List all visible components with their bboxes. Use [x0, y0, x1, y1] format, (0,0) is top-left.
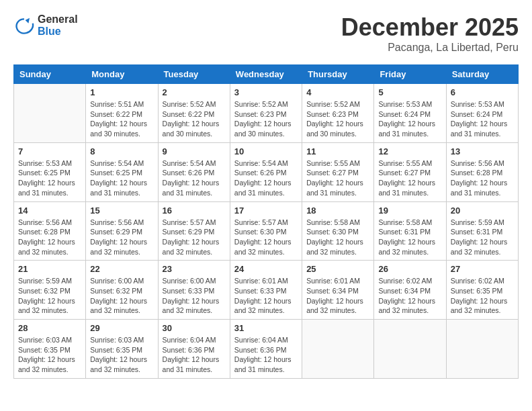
calendar-cell: 21Sunrise: 5:59 AMSunset: 6:32 PMDayligh… [14, 261, 86, 320]
day-info: Sunrise: 6:01 AMSunset: 6:33 PMDaylight:… [234, 276, 298, 316]
calendar-week-row: 1Sunrise: 5:51 AMSunset: 6:22 PMDaylight… [14, 84, 519, 143]
day-info: Sunrise: 5:55 AMSunset: 6:27 PMDaylight:… [306, 158, 369, 198]
day-info: Sunrise: 5:52 AMSunset: 6:23 PMDaylight:… [306, 99, 369, 139]
calendar-cell: 15Sunrise: 5:56 AMSunset: 6:29 PMDayligh… [86, 201, 158, 261]
calendar-cell: 24Sunrise: 6:01 AMSunset: 6:33 PMDayligh… [230, 261, 302, 320]
calendar-cell: 31Sunrise: 6:04 AMSunset: 6:36 PMDayligh… [230, 320, 302, 379]
calendar-cell: 29Sunrise: 6:03 AMSunset: 6:35 PMDayligh… [86, 320, 158, 379]
calendar-week-row: 21Sunrise: 5:59 AMSunset: 6:32 PMDayligh… [14, 261, 519, 320]
day-number: 31 [234, 323, 298, 333]
weekday-header: Monday [86, 65, 158, 84]
calendar-cell: 18Sunrise: 5:58 AMSunset: 6:30 PMDayligh… [302, 201, 374, 261]
calendar-cell: 20Sunrise: 5:59 AMSunset: 6:31 PMDayligh… [446, 201, 518, 261]
day-number: 26 [378, 264, 441, 274]
day-info: Sunrise: 6:02 AMSunset: 6:35 PMDaylight:… [451, 276, 514, 316]
calendar-cell: 25Sunrise: 6:01 AMSunset: 6:34 PMDayligh… [302, 261, 374, 320]
calendar-cell: 2Sunrise: 5:52 AMSunset: 6:22 PMDaylight… [158, 84, 230, 143]
day-number: 23 [163, 264, 226, 274]
day-number: 8 [90, 146, 153, 156]
logo-icon [13, 15, 35, 36]
day-info: Sunrise: 5:53 AMSunset: 6:24 PMDaylight:… [451, 99, 514, 139]
calendar-cell [14, 84, 86, 143]
day-number: 16 [163, 205, 226, 216]
calendar-cell: 4Sunrise: 5:52 AMSunset: 6:23 PMDaylight… [302, 84, 374, 143]
weekday-header-row: SundayMondayTuesdayWednesdayThursdayFrid… [14, 65, 519, 84]
day-info: Sunrise: 6:00 AMSunset: 6:33 PMDaylight:… [163, 276, 226, 316]
day-info: Sunrise: 5:56 AMSunset: 6:28 PMDaylight:… [18, 218, 81, 257]
day-info: Sunrise: 6:02 AMSunset: 6:34 PMDaylight:… [378, 276, 441, 316]
location-subtitle: Pacanga, La Libertad, Peru [341, 42, 519, 54]
weekday-header: Saturday [446, 65, 518, 84]
calendar-cell: 13Sunrise: 5:56 AMSunset: 6:28 PMDayligh… [446, 142, 518, 201]
calendar-cell: 8Sunrise: 5:54 AMSunset: 6:25 PMDaylight… [86, 142, 158, 201]
logo-text: General Blue [38, 13, 78, 38]
day-number: 24 [234, 264, 298, 274]
day-info: Sunrise: 6:03 AMSunset: 6:35 PMDaylight:… [18, 335, 81, 375]
day-info: Sunrise: 5:52 AMSunset: 6:23 PMDaylight:… [234, 99, 298, 139]
day-number: 11 [306, 146, 369, 156]
calendar-week-row: 28Sunrise: 6:03 AMSunset: 6:35 PMDayligh… [14, 320, 519, 379]
day-number: 27 [451, 264, 514, 274]
day-info: Sunrise: 6:00 AMSunset: 6:32 PMDaylight:… [90, 276, 153, 316]
day-number: 2 [163, 87, 226, 97]
day-info: Sunrise: 6:04 AMSunset: 6:36 PMDaylight:… [234, 335, 298, 375]
day-info: Sunrise: 5:54 AMSunset: 6:26 PMDaylight:… [163, 158, 226, 198]
month-title: December 2025 [341, 13, 519, 42]
day-number: 10 [234, 146, 298, 156]
title-area: December 2025 Pacanga, La Libertad, Peru [341, 13, 519, 54]
calendar-cell: 22Sunrise: 6:00 AMSunset: 6:32 PMDayligh… [86, 261, 158, 320]
day-number: 20 [451, 205, 514, 216]
calendar-week-row: 7Sunrise: 5:53 AMSunset: 6:25 PMDaylight… [14, 142, 519, 201]
day-info: Sunrise: 5:56 AMSunset: 6:29 PMDaylight:… [90, 218, 153, 257]
day-number: 13 [451, 146, 514, 156]
day-number: 5 [378, 87, 441, 97]
calendar-cell: 16Sunrise: 5:57 AMSunset: 6:29 PMDayligh… [158, 201, 230, 261]
day-number: 1 [90, 87, 153, 97]
calendar-cell: 10Sunrise: 5:54 AMSunset: 6:26 PMDayligh… [230, 142, 302, 201]
day-number: 22 [90, 264, 153, 274]
calendar-cell: 3Sunrise: 5:52 AMSunset: 6:23 PMDaylight… [230, 84, 302, 143]
calendar-cell: 9Sunrise: 5:54 AMSunset: 6:26 PMDaylight… [158, 142, 230, 201]
day-number: 25 [306, 264, 369, 274]
calendar-cell: 5Sunrise: 5:53 AMSunset: 6:24 PMDaylight… [374, 84, 446, 143]
logo: General Blue [13, 13, 78, 38]
day-info: Sunrise: 5:57 AMSunset: 6:30 PMDaylight:… [234, 218, 298, 257]
day-number: 9 [163, 146, 226, 156]
calendar-table: SundayMondayTuesdayWednesdayThursdayFrid… [13, 64, 519, 379]
day-info: Sunrise: 5:57 AMSunset: 6:29 PMDaylight:… [163, 218, 226, 257]
day-number: 12 [378, 146, 441, 156]
day-info: Sunrise: 5:52 AMSunset: 6:22 PMDaylight:… [163, 99, 226, 139]
weekday-header: Wednesday [230, 65, 302, 84]
day-number: 17 [234, 205, 298, 216]
calendar-cell: 12Sunrise: 5:55 AMSunset: 6:27 PMDayligh… [374, 142, 446, 201]
calendar-cell: 14Sunrise: 5:56 AMSunset: 6:28 PMDayligh… [14, 201, 86, 261]
calendar-cell [302, 320, 374, 379]
day-number: 7 [18, 146, 81, 156]
day-info: Sunrise: 5:56 AMSunset: 6:28 PMDaylight:… [451, 158, 514, 198]
day-info: Sunrise: 5:58 AMSunset: 6:31 PMDaylight:… [378, 218, 441, 257]
weekday-header: Thursday [302, 65, 374, 84]
calendar-cell: 19Sunrise: 5:58 AMSunset: 6:31 PMDayligh… [374, 201, 446, 261]
day-number: 18 [306, 205, 369, 216]
calendar-cell: 30Sunrise: 6:04 AMSunset: 6:36 PMDayligh… [158, 320, 230, 379]
calendar-cell: 28Sunrise: 6:03 AMSunset: 6:35 PMDayligh… [14, 320, 86, 379]
day-info: Sunrise: 5:58 AMSunset: 6:30 PMDaylight:… [306, 218, 369, 257]
day-number: 14 [18, 205, 81, 216]
calendar-cell: 23Sunrise: 6:00 AMSunset: 6:33 PMDayligh… [158, 261, 230, 320]
day-info: Sunrise: 5:51 AMSunset: 6:22 PMDaylight:… [90, 99, 153, 139]
day-info: Sunrise: 5:53 AMSunset: 6:25 PMDaylight:… [18, 158, 81, 198]
day-number: 4 [306, 87, 369, 97]
calendar-cell: 1Sunrise: 5:51 AMSunset: 6:22 PMDaylight… [86, 84, 158, 143]
day-number: 30 [163, 323, 226, 333]
calendar-cell [374, 320, 446, 379]
day-number: 19 [378, 205, 441, 216]
calendar-cell: 26Sunrise: 6:02 AMSunset: 6:34 PMDayligh… [374, 261, 446, 320]
day-number: 28 [18, 323, 81, 333]
day-info: Sunrise: 5:55 AMSunset: 6:27 PMDaylight:… [378, 158, 441, 198]
day-number: 3 [234, 87, 298, 97]
day-number: 15 [90, 205, 153, 216]
day-info: Sunrise: 6:04 AMSunset: 6:36 PMDaylight:… [163, 335, 226, 375]
weekday-header: Sunday [14, 65, 86, 84]
day-info: Sunrise: 5:54 AMSunset: 6:25 PMDaylight:… [90, 158, 153, 198]
weekday-header: Tuesday [158, 65, 230, 84]
